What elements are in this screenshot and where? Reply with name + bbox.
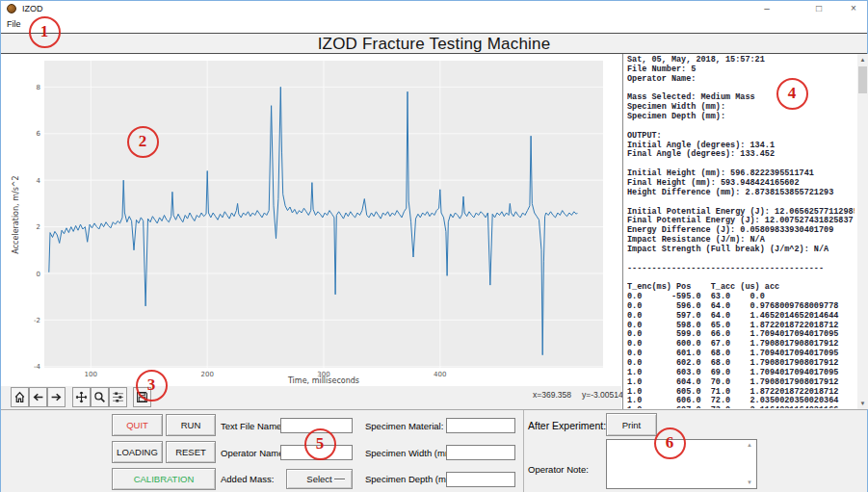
added-mass-selected: Select (306, 474, 331, 484)
panel-divider (523, 410, 524, 492)
y-axis-label: Acceleration, m/s^2 (12, 175, 20, 253)
note-scroll-up-icon[interactable]: ▲ (747, 442, 752, 448)
svg-text:100: 100 (85, 371, 97, 378)
cursor-x-readout: x=369.358 (533, 390, 571, 400)
menu-file[interactable]: File (7, 19, 21, 29)
after-experiment-label: After Experiment: (528, 420, 606, 431)
pan-button[interactable] (72, 387, 91, 407)
annotation-callout-2: 2 (127, 126, 159, 158)
app-icon (7, 4, 16, 13)
output-panel: Sat, 05, May, 2018, 15:57:21 File Number… (622, 54, 868, 409)
svg-text:0: 0 (37, 271, 40, 278)
loading-button[interactable]: LOADING (112, 441, 163, 463)
specimen-width-input[interactable] (446, 445, 515, 460)
svg-text:6: 6 (37, 130, 41, 138)
text-file-name-label: Text File Name: (221, 421, 284, 431)
minimize-button[interactable]: – (750, 1, 783, 17)
plot-toolbar: x=369.358 y=-3.00514 (1, 386, 621, 409)
app-banner: IZOD Fracture Testing Machine (1, 33, 867, 54)
x-axis-label: Time, milliseconds (287, 376, 359, 385)
scroll-up-icon[interactable]: ▲ (857, 54, 868, 65)
reset-button[interactable]: RESET (166, 441, 216, 463)
page-title: IZOD Fracture Testing Machine (318, 35, 551, 53)
output-scrollbar[interactable]: ▲ ▼ (857, 54, 868, 409)
title-bar[interactable]: IZOD – □ × (1, 1, 867, 17)
zoom-button[interactable] (91, 387, 109, 407)
added-mass-label: Added Mass: (221, 474, 274, 484)
optionmenu-indicator-icon (334, 479, 345, 480)
annotation-callout-3: 3 (136, 370, 168, 401)
close-button[interactable]: × (837, 1, 868, 17)
added-mass-dropdown[interactable]: Select (286, 469, 353, 489)
app-window: IZOD – □ × File IZOD Fracture Testing Ma… (0, 0, 868, 492)
svg-text:-2: -2 (34, 317, 40, 324)
svg-text:200: 200 (201, 371, 214, 378)
annotation-callout-5: 5 (304, 428, 336, 460)
operator-name-label: Operator Name: (221, 448, 286, 458)
forward-button[interactable] (47, 387, 66, 407)
quit-button[interactable]: QUIT (112, 414, 163, 436)
svg-text:4: 4 (37, 177, 41, 185)
scrollbar-thumb[interactable] (858, 66, 867, 93)
scroll-down-icon[interactable]: ▼ (857, 398, 868, 409)
annotation-callout-4: 4 (776, 78, 808, 110)
output-text: Sat, 05, May, 2018, 15:57:21 File Number… (627, 56, 855, 408)
back-button[interactable] (29, 387, 47, 407)
note-scroll-down-icon[interactable]: ▼ (747, 479, 752, 485)
svg-text:8: 8 (37, 84, 40, 91)
cursor-coordinates: x=369.358 y=-3.00514 (533, 390, 618, 400)
acceleration-chart[interactable]: 86420-2-4100200300400Time, millisecondsA… (9, 56, 619, 386)
specimen-material-label: Specimen Material: (365, 421, 443, 431)
run-button[interactable]: RUN (166, 414, 216, 436)
specimen-width-label: Specimen Width (mm): (365, 448, 459, 458)
print-button[interactable]: Print (606, 413, 657, 436)
plot-region: 86420-2-4100200300400Time, millisecondsA… (1, 54, 621, 409)
configure-subplots-button[interactable] (109, 387, 127, 407)
home-button[interactable] (11, 387, 29, 407)
specimen-material-input[interactable] (446, 418, 515, 433)
svg-text:400: 400 (434, 371, 446, 378)
annotation-callout-1: 1 (29, 16, 61, 48)
annotation-callout-6: 6 (654, 427, 686, 459)
control-panel: QUIT RUN LOADING RESET CALIBRATION Text … (1, 409, 867, 492)
svg-text:-4: -4 (34, 363, 41, 371)
svg-text:2: 2 (37, 223, 40, 231)
menu-bar: File (1, 17, 867, 33)
cursor-y-readout: y=-3.00514 (582, 390, 623, 400)
specimen-depth-input[interactable] (446, 472, 515, 487)
maximize-button[interactable]: □ (802, 1, 835, 17)
operator-note-label: Operator Note: (528, 464, 589, 475)
window-title: IZOD (22, 4, 43, 13)
calibration-button[interactable]: CALIBRATION (112, 468, 216, 490)
